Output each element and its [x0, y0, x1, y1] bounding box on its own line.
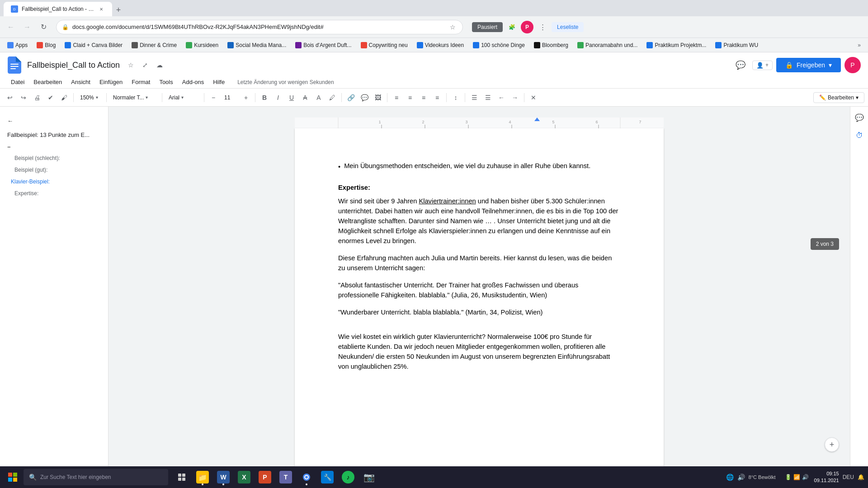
bookmark-bloomberg[interactable]: Bloomberg: [530, 41, 572, 49]
bookmark-panorama[interactable]: Panoramabahn und...: [574, 41, 641, 49]
clear-format-button[interactable]: ✕: [527, 91, 540, 104]
tab-close-button[interactable]: ✕: [98, 5, 105, 13]
chat-panel-button[interactable]: 💬: [852, 110, 867, 125]
sidebar-item-klavier[interactable]: Klavier-Beispiel:: [0, 176, 108, 188]
menu-datei[interactable]: Datei: [7, 77, 28, 87]
start-button[interactable]: [4, 468, 22, 486]
numbered-list-button[interactable]: ☰: [481, 91, 494, 104]
language-indicator[interactable]: DEU: [843, 474, 854, 480]
sidebar-collapse-toggle[interactable]: −: [0, 142, 108, 152]
bookmark-videokurs[interactable]: Videokurs Ideen: [413, 41, 468, 49]
taskbar-multitasking-button[interactable]: [172, 467, 192, 487]
redo-button[interactable]: ↪: [17, 91, 30, 104]
sidebar-item-expertise[interactable]: Expertise:: [0, 188, 108, 199]
system-tray[interactable]: 🌐 🔊 8°C Bewölkt: [722, 474, 779, 481]
taskbar-explorer-app[interactable]: 📁: [193, 467, 212, 487]
zoom-dropdown[interactable]: 150% ▾: [76, 91, 104, 104]
align-right-button[interactable]: ≡: [417, 91, 430, 104]
justify-button[interactable]: ≡: [431, 91, 443, 104]
new-tab-button[interactable]: +: [112, 4, 125, 16]
link-button[interactable]: 🔗: [344, 91, 357, 104]
cloud-icon[interactable]: ☁: [154, 60, 165, 70]
bookmark-social[interactable]: Social Media Mana...: [224, 41, 290, 49]
extensions-button[interactable]: 🧩: [505, 20, 519, 34]
share-button[interactable]: 🔒 Freigeben ▾: [776, 58, 841, 72]
taskbar-app-7[interactable]: 🔧: [317, 467, 337, 487]
comments-button[interactable]: 💬: [732, 57, 749, 73]
bookmark-star-icon[interactable]: ☆: [448, 23, 457, 32]
taskbar-spotify-app[interactable]: ♪: [338, 467, 358, 487]
back-button[interactable]: ←: [4, 20, 18, 34]
taskbar-teams-app[interactable]: T: [276, 467, 296, 487]
star-icon[interactable]: ☆: [125, 60, 136, 70]
user-profile-button[interactable]: P: [521, 21, 533, 33]
address-bar[interactable]: 🔒 docs.google.com/document/d/1SWM69Bt4UT…: [56, 20, 463, 34]
user-avatar[interactable]: P: [844, 57, 861, 73]
leseliste-button[interactable]: Leseliste: [552, 22, 584, 32]
menu-hilfe[interactable]: Hilfe: [209, 77, 228, 87]
font-dropdown[interactable]: Arial ▾: [165, 91, 201, 104]
sidebar-item-beispiel-gut[interactable]: Beispiel (gut):: [0, 164, 108, 176]
history-panel-button[interactable]: ⏱: [852, 128, 867, 143]
bookmark-blog[interactable]: Blog: [33, 41, 59, 49]
insert-comment-button[interactable]: 💬: [358, 91, 371, 104]
taskbar-clock[interactable]: 09:15 09.11.2021: [814, 470, 839, 484]
bookmarks-more-button[interactable]: »: [854, 41, 864, 49]
bookmark-praktikum2[interactable]: Praktikum WU: [712, 41, 762, 49]
active-tab[interactable]: D Fallbeispiel_Call to Action - Goo... ✕: [4, 2, 112, 16]
pause-button[interactable]: Pausiert: [472, 22, 503, 32]
line-spacing-button[interactable]: ↕: [449, 91, 462, 104]
bookmark-100[interactable]: 100 schöne Dinge: [469, 41, 528, 49]
taskbar-search-box[interactable]: 🔍 Zur Suche Text hier eingeben: [24, 469, 168, 485]
reload-button[interactable]: ↻: [36, 20, 51, 34]
print-button[interactable]: 🖨: [31, 91, 43, 104]
underline-button[interactable]: U: [285, 91, 298, 104]
bookmark-bois[interactable]: Bois d'Argent Duft...: [292, 41, 355, 49]
undo-button[interactable]: ↩: [4, 91, 16, 104]
edit-mode-button[interactable]: ✏️ Bearbeiten ▾: [813, 92, 864, 103]
add-page-button[interactable]: +: [825, 437, 839, 452]
system-icons[interactable]: 🔋 📶 🔊: [783, 474, 811, 480]
forward-button[interactable]: →: [20, 20, 34, 34]
sidebar-item-beispiel-schlecht[interactable]: Beispiel (schlecht):: [0, 152, 108, 164]
menu-ansicht[interactable]: Ansicht: [67, 77, 94, 87]
taskbar-chrome-app[interactable]: [297, 467, 316, 487]
font-size-increase-button[interactable]: +: [240, 91, 252, 104]
document-content-area[interactable]: 1 2 3 4 5 6 7 • Mein Übungsmethoden ents…: [108, 107, 850, 486]
font-size-decrease-button[interactable]: −: [207, 91, 220, 104]
font-size-dropdown[interactable]: 11: [221, 91, 239, 104]
strikethrough-button[interactable]: A: [299, 91, 311, 104]
menu-format[interactable]: Format: [128, 77, 154, 87]
document-title[interactable]: Fallbeispiel_Call to Action: [27, 61, 120, 70]
menu-tools[interactable]: Tools: [156, 77, 176, 87]
align-center-button[interactable]: ≡: [404, 91, 416, 104]
bookmark-dinner[interactable]: Dinner & Crime: [128, 41, 180, 49]
highlight-color-button[interactable]: 🖊: [326, 91, 339, 104]
taskbar-word-app[interactable]: W: [213, 467, 233, 487]
bookmark-apps[interactable]: Apps: [4, 41, 31, 49]
paint-format-button[interactable]: 🖌: [58, 91, 71, 104]
insert-image-button[interactable]: 🖼: [372, 91, 384, 104]
taskbar-powerpoint-app[interactable]: P: [255, 467, 275, 487]
taskbar-excel-app[interactable]: X: [234, 467, 254, 487]
decrease-indent-button[interactable]: ←: [495, 91, 508, 104]
notification-icon[interactable]: 🔔: [858, 474, 864, 480]
move-icon[interactable]: ⤢: [140, 60, 151, 70]
text-color-button[interactable]: A: [312, 91, 325, 104]
taskbar-app-9[interactable]: 📷: [359, 467, 379, 487]
bookmark-praktikum1[interactable]: Praktikum Projektm...: [643, 41, 710, 49]
sidebar-back-button[interactable]: ←: [0, 114, 108, 128]
bullet-list-button[interactable]: ☰: [468, 91, 481, 104]
bookmark-claid[interactable]: Claid + Canva Bilder: [61, 41, 126, 49]
spellcheck-button[interactable]: ✔: [44, 91, 57, 104]
italic-button[interactable]: I: [272, 91, 284, 104]
bold-button[interactable]: B: [258, 91, 271, 104]
menu-einfuegen[interactable]: Einfügen: [96, 77, 126, 87]
bookmark-copywriting[interactable]: Copywriting neu: [357, 41, 411, 49]
menu-addons[interactable]: Add-ons: [179, 77, 208, 87]
chrome-menu-button[interactable]: ⋮: [535, 20, 550, 34]
align-left-button[interactable]: ≡: [390, 91, 403, 104]
bookmark-kursideen[interactable]: Kursideen: [182, 41, 222, 49]
add-people-button[interactable]: 👤 +: [752, 61, 773, 70]
document-page[interactable]: • Mein Übungsmethoden entscheiden, wie v…: [295, 128, 664, 486]
